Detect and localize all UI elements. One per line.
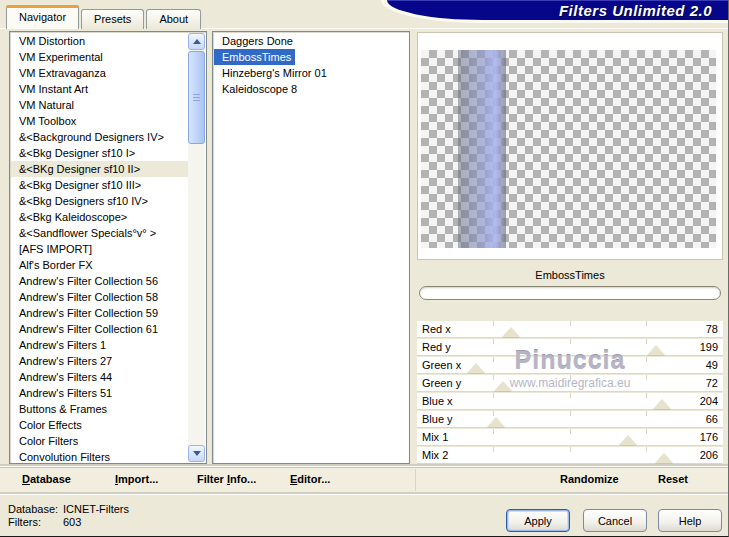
filters-count-value: 603 bbox=[63, 516, 81, 529]
list-item[interactable]: Andrew's Filter Collection 61 bbox=[11, 321, 188, 337]
database-menu-button[interactable]: Database bbox=[22, 473, 71, 485]
preview-gradient-stripe bbox=[458, 50, 506, 248]
list-item[interactable]: Andrew's Filters 51 bbox=[11, 385, 188, 401]
slider-value: 204 bbox=[700, 393, 718, 409]
param-row[interactable]: Blue x 204 bbox=[417, 393, 723, 409]
slider-label: Mix 1 bbox=[422, 429, 448, 445]
list-item[interactable]: Kaleidoscope 8 bbox=[214, 83, 297, 95]
chevron-up-icon bbox=[193, 39, 201, 44]
tab-bar: Navigator Presets About bbox=[6, 4, 203, 29]
slider-label: Mix 2 bbox=[422, 447, 448, 463]
list-item-selected[interactable]: &<BKg Designer sf10 II> bbox=[11, 161, 188, 177]
preview-pane bbox=[417, 32, 723, 260]
list-item[interactable]: Hinzeberg's Mirror 01 bbox=[214, 67, 327, 79]
slider-thumb[interactable] bbox=[487, 417, 505, 427]
param-row[interactable]: Mix 1 176 bbox=[417, 429, 723, 445]
slider-label: Green y bbox=[422, 375, 461, 391]
list-item[interactable]: Andrew's Filters 27 bbox=[11, 353, 188, 369]
list-item[interactable]: Color Effects bbox=[11, 417, 188, 433]
list-item[interactable]: [AFS IMPORT] bbox=[11, 241, 188, 257]
list-item[interactable]: VM Natural bbox=[11, 97, 188, 113]
category-scrollbar[interactable] bbox=[188, 33, 205, 462]
apply-button[interactable]: Apply bbox=[506, 509, 570, 532]
param-row[interactable]: Green y 72 bbox=[417, 375, 723, 391]
list-item[interactable]: VM Instant Art bbox=[11, 81, 188, 97]
scrollbar-thumb[interactable] bbox=[188, 51, 205, 144]
database-value: ICNET-Filters bbox=[63, 503, 129, 516]
menu-bar: Database Import... Filter Info... Editor… bbox=[0, 466, 728, 493]
database-label: Database: bbox=[8, 503, 63, 516]
slider-thumb[interactable] bbox=[502, 327, 520, 337]
param-row[interactable]: Mix 2 206 bbox=[417, 447, 723, 463]
slider-value: 199 bbox=[700, 339, 718, 355]
list-item[interactable]: &<Bkg Designers sf10 IV> bbox=[11, 193, 188, 209]
editor-menu-button[interactable]: Editor... bbox=[290, 473, 330, 485]
list-item[interactable]: &<Bkg Kaleidoscope> bbox=[11, 209, 188, 225]
transparency-checkerboard bbox=[421, 50, 716, 248]
progress-bar bbox=[419, 286, 721, 300]
tab-navigator[interactable]: Navigator bbox=[6, 5, 79, 29]
filters-unlimited-dialog: Filters Unlimited 2.0 Navigator Presets … bbox=[0, 0, 729, 537]
slider-value: 78 bbox=[706, 321, 718, 337]
reset-button[interactable]: Reset bbox=[658, 473, 688, 485]
list-item-selected[interactable]: EmbossTimes bbox=[214, 49, 295, 65]
parameter-sliders: Red x 78 Red y 199 Green x 49 Green y 72… bbox=[417, 321, 723, 465]
slider-label: Green x bbox=[422, 357, 461, 373]
slider-thumb[interactable] bbox=[467, 363, 485, 373]
filter-list-items: Daggers Done EmbossTimes Hinzeberg's Mir… bbox=[214, 33, 408, 462]
scroll-up-button[interactable] bbox=[188, 33, 205, 50]
tab-presets[interactable]: Presets bbox=[81, 9, 144, 29]
current-filter-name: EmbossTimes bbox=[417, 269, 723, 281]
cancel-button[interactable]: Cancel bbox=[583, 509, 647, 532]
chevron-down-icon bbox=[193, 451, 201, 456]
filters-count-label: Filters: bbox=[8, 516, 63, 529]
help-button[interactable]: Help bbox=[658, 509, 722, 532]
list-item[interactable]: Andrew's Filter Collection 59 bbox=[11, 305, 188, 321]
tab-about[interactable]: About bbox=[146, 9, 201, 29]
category-listbox[interactable]: VM Distortion VM Experimental VM Extrava… bbox=[9, 31, 207, 464]
slider-label: Red y bbox=[422, 339, 451, 355]
list-item[interactable]: Andrew's Filter Collection 58 bbox=[11, 289, 188, 305]
slider-value: 176 bbox=[700, 429, 718, 445]
scroll-down-button[interactable] bbox=[188, 445, 205, 462]
slider-thumb[interactable] bbox=[655, 453, 673, 463]
list-item[interactable]: Daggers Done bbox=[214, 35, 293, 47]
randomize-button[interactable]: Randomize bbox=[560, 473, 619, 485]
slider-value: 72 bbox=[706, 375, 718, 391]
list-item[interactable]: VM Extravaganza bbox=[11, 65, 188, 81]
slider-thumb[interactable] bbox=[647, 345, 665, 355]
filter-listbox[interactable]: Daggers Done EmbossTimes Hinzeberg's Mir… bbox=[212, 31, 410, 464]
list-item[interactable]: Andrew's Filters 1 bbox=[11, 337, 188, 353]
list-item[interactable]: Alf's Border FX bbox=[11, 257, 188, 273]
slider-label: Blue x bbox=[422, 393, 453, 409]
list-item[interactable]: VM Distortion bbox=[11, 33, 188, 49]
category-list-items: VM Distortion VM Experimental VM Extrava… bbox=[11, 33, 188, 462]
list-item[interactable]: &<Background Designers IV> bbox=[11, 129, 188, 145]
param-row[interactable]: Red x 78 bbox=[417, 321, 723, 337]
list-item[interactable]: VM Experimental bbox=[11, 49, 188, 65]
list-item[interactable]: &<Bkg Designer sf10 I> bbox=[11, 145, 188, 161]
list-item[interactable]: Buttons & Frames bbox=[11, 401, 188, 417]
list-item[interactable]: VM Toolbox bbox=[11, 113, 188, 129]
param-row[interactable]: Blue y 66 bbox=[417, 411, 723, 427]
param-row[interactable]: Green x 49 bbox=[417, 357, 723, 373]
list-item[interactable]: Color Filters bbox=[11, 433, 188, 449]
slider-value: 49 bbox=[706, 357, 718, 373]
slider-thumb[interactable] bbox=[619, 435, 637, 445]
list-item[interactable]: Andrew's Filter Collection 56 bbox=[11, 273, 188, 289]
list-item[interactable]: &<Sandflower Specials°v° > bbox=[11, 225, 188, 241]
param-row[interactable]: Red y 199 bbox=[417, 339, 723, 355]
slider-label: Blue y bbox=[422, 411, 453, 427]
scrollbar-grip-icon bbox=[193, 94, 200, 102]
slider-thumb[interactable] bbox=[494, 381, 512, 391]
app-title: Filters Unlimited 2.0 bbox=[559, 2, 712, 19]
slider-thumb[interactable] bbox=[653, 399, 671, 409]
list-item[interactable]: Convolution Filters bbox=[11, 449, 188, 462]
slider-value: 206 bbox=[700, 447, 718, 463]
list-item[interactable]: &<Bkg Designer sf10 III> bbox=[11, 177, 188, 193]
filter-info-menu-button[interactable]: Filter Info... bbox=[197, 473, 256, 485]
list-item[interactable]: Andrew's Filters 44 bbox=[11, 369, 188, 385]
import-menu-button[interactable]: Import... bbox=[115, 473, 158, 485]
slider-label: Red x bbox=[422, 321, 451, 337]
status-info: Database: ICNET-Filters Filters: 603 bbox=[8, 503, 129, 529]
